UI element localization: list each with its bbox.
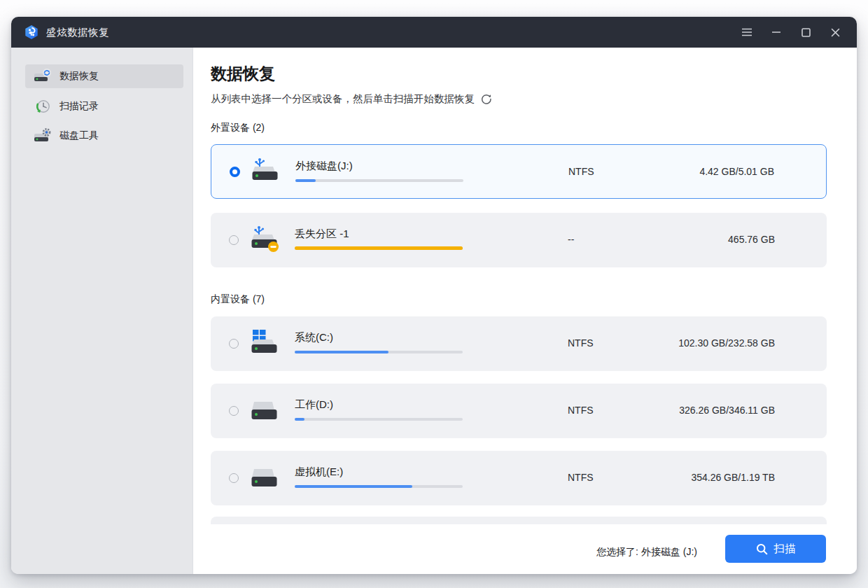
sidebar: 数据恢复 扫描记录 磁盘工具 xyxy=(11,48,193,574)
titlebar: 盛炫数据恢复 xyxy=(11,17,857,48)
device-name: 虚拟机(E:) xyxy=(295,465,343,479)
usage-bar-fill xyxy=(295,485,412,488)
selection-status: 您选择了: 外接磁盘 (J:) xyxy=(596,546,697,559)
section-label-external: 外置设备 (2) xyxy=(211,122,265,134)
radio-unselected[interactable] xyxy=(229,473,239,483)
sidebar-item-data-recovery[interactable]: 数据恢复 xyxy=(25,64,183,88)
radio-unselected[interactable] xyxy=(229,406,239,416)
maximize-button[interactable] xyxy=(794,22,818,43)
minimize-button[interactable] xyxy=(764,22,788,43)
device-filesystem: NTFS xyxy=(568,472,594,483)
search-icon xyxy=(756,543,768,555)
usage-bar-fill xyxy=(295,179,316,182)
main-panel: 数据恢复 从列表中选择一个分区或设备，然后单击扫描开始数据恢复 外置设备 (2) xyxy=(194,48,857,574)
device-row-external-disk-j[interactable]: 外接磁盘(J:) NTFS 4.42 GB/5.01 GB xyxy=(211,144,827,199)
device-filesystem: NTFS xyxy=(568,166,594,177)
device-row-work-d[interactable]: 工作(D:) NTFS 326.26 GB/346.11 GB xyxy=(211,384,827,438)
page-title: 数据恢复 xyxy=(211,63,275,85)
device-row-vm-e[interactable]: 虚拟机(E:) NTFS 354.26 GB/1.19 TB xyxy=(211,451,827,505)
refresh-icon[interactable] xyxy=(480,93,492,105)
radio-unselected[interactable] xyxy=(229,235,239,245)
device-name: 丢失分区 -1 xyxy=(295,227,349,241)
usage-bar xyxy=(295,485,463,488)
device-name: 系统(C:) xyxy=(295,331,333,344)
sidebar-item-label: 磁盘工具 xyxy=(59,130,99,142)
scan-button-label: 扫描 xyxy=(774,542,796,556)
drive-recovery-icon xyxy=(34,68,52,85)
disk-tools-icon xyxy=(34,127,52,144)
radio-unselected[interactable] xyxy=(229,339,239,349)
device-size: 326.26 GB/346.11 GB xyxy=(679,405,775,416)
windows-drive-icon xyxy=(247,328,281,359)
device-size: 102.30 GB/232.58 GB xyxy=(678,337,775,349)
usage-bar-fill xyxy=(295,418,304,421)
app-window: 盛炫数据恢复 数据恢复 xyxy=(11,17,857,574)
drive-icon xyxy=(247,463,281,493)
scan-button[interactable]: 扫描 xyxy=(725,535,826,563)
sidebar-item-scan-history[interactable]: 扫描记录 xyxy=(25,94,183,118)
usage-bar xyxy=(295,418,463,421)
drive-icon xyxy=(247,396,281,426)
device-filesystem: NTFS xyxy=(568,405,594,416)
section-label-internal: 内置设备 (7) xyxy=(211,293,265,306)
device-row-lost-partition[interactable]: 丢失分区 -1 -- 465.76 GB xyxy=(211,213,827,267)
device-row-partial[interactable] xyxy=(211,517,827,524)
device-filesystem: NTFS xyxy=(568,337,594,349)
usage-bar xyxy=(295,246,463,250)
usage-bar-fill xyxy=(295,246,463,250)
device-name: 工作(D:) xyxy=(295,398,333,412)
device-filesystem: -- xyxy=(568,234,574,245)
sidebar-item-label: 扫描记录 xyxy=(59,100,99,113)
device-size: 354.26 GB/1.19 TB xyxy=(691,472,775,483)
page-subtitle: 从列表中选择一个分区或设备，然后单击扫描开始数据恢复 xyxy=(211,92,492,106)
usage-bar xyxy=(295,179,463,182)
sidebar-item-label: 数据恢复 xyxy=(59,70,99,83)
device-size: 465.76 GB xyxy=(728,234,775,245)
scan-history-icon xyxy=(34,98,52,115)
usb-drive-icon xyxy=(248,157,281,188)
menu-icon[interactable] xyxy=(735,22,759,43)
close-button[interactable] xyxy=(823,22,847,43)
device-row-system-c[interactable]: 系统(C:) NTFS 102.30 GB/232.58 GB xyxy=(211,316,827,371)
device-size: 4.42 GB/5.01 GB xyxy=(699,166,774,177)
device-name: 外接磁盘(J:) xyxy=(295,160,353,173)
app-logo-icon xyxy=(24,24,39,40)
usage-bar xyxy=(295,351,463,354)
app-title: 盛炫数据恢复 xyxy=(46,26,109,39)
sidebar-item-disk-tools[interactable]: 磁盘工具 xyxy=(25,124,183,148)
radio-selected[interactable] xyxy=(230,167,240,177)
usb-drive-warning-icon xyxy=(247,225,281,255)
usage-bar-fill xyxy=(295,351,388,354)
